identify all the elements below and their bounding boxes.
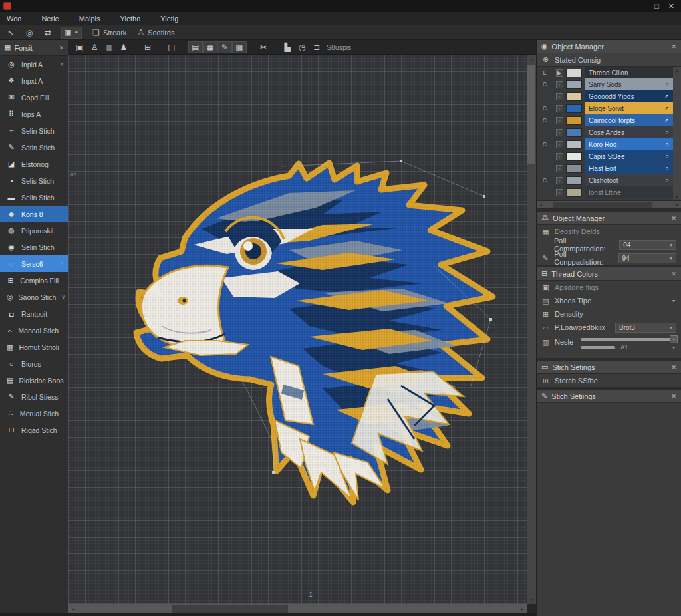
- list-horizontal-scrollbar[interactable]: ◂ ▸: [537, 201, 681, 209]
- list-hscroll-thumb[interactable]: [553, 202, 652, 208]
- pull1-select[interactable]: 04 ▾: [619, 240, 676, 250]
- menu-item[interactable]: Nerie: [40, 13, 60, 24]
- visibility-icon[interactable]: ○: [666, 81, 669, 88]
- close-icon[interactable]: ✕: [59, 45, 64, 51]
- close-icon[interactable]: ✕: [671, 364, 676, 371]
- sidebar-item[interactable]: ▦ Homut Strioli: [0, 339, 68, 355]
- visibility-icon[interactable]: ○: [666, 177, 669, 184]
- scroll-up-icon[interactable]: ▴: [527, 55, 536, 64]
- visibility-icon[interactable]: ○: [666, 129, 669, 136]
- xbees-tipe-row[interactable]: ▤ Xbees Tipe ▾: [537, 294, 681, 307]
- row-checkbox[interactable]: ▶: [553, 69, 566, 77]
- color-swatch[interactable]: [566, 69, 582, 77]
- thread-row[interactable]: C ▫ Sarry Sods ○: [537, 78, 681, 90]
- row-checkbox[interactable]: ▫: [553, 129, 566, 136]
- sidebar-item[interactable]: ▤ Riolsdoc Boos: [0, 372, 68, 388]
- canvas-horizontal-scrollbar[interactable]: ◂ ▸: [68, 604, 527, 613]
- nesle-slider[interactable]: ▪: [581, 338, 676, 341]
- list-vertical-scrollbar[interactable]: ▴ ▾: [673, 67, 681, 201]
- sidebar-item[interactable]: ◌ Sersc6 ∧: [0, 255, 68, 272]
- scroll-right-icon[interactable]: ▸: [517, 604, 527, 613]
- scroll-down-icon[interactable]: ▾: [673, 193, 681, 201]
- row-checkbox[interactable]: ▫: [553, 81, 566, 88]
- sidebar-item[interactable]: ⠿ Iops A: [0, 106, 68, 122]
- loawpedbkiix-select[interactable]: Brot3 ▾: [615, 323, 676, 333]
- people-icon[interactable]: ♟: [116, 41, 131, 53]
- minimize-button[interactable]: –: [641, 2, 645, 11]
- hscroll-thumb[interactable]: [172, 605, 288, 613]
- close-button[interactable]: ✕: [668, 2, 674, 11]
- vscroll-thumb[interactable]: [527, 65, 535, 164]
- thread-band[interactable]: Ionst Lftine: [585, 186, 673, 198]
- move-tool-icon[interactable]: ↖: [4, 27, 17, 39]
- storcb-row[interactable]: ⊞ Storcb SSfbe: [537, 374, 681, 387]
- sidebar-item[interactable]: ◎ Inpid A ∧: [0, 56, 68, 73]
- menu-item[interactable]: Maipis: [78, 13, 102, 24]
- canvas-vertical-scrollbar[interactable]: ▴ ▾: [527, 55, 536, 604]
- thread-band[interactable]: Goooodd Yipds ↗: [585, 90, 673, 102]
- scroll-left-icon[interactable]: ◂: [68, 604, 78, 613]
- brush-icon[interactable]: ✎: [217, 41, 232, 53]
- thread-row[interactable]: C ▫ Eloqe Soivit ↗: [537, 102, 681, 114]
- embroidery-design[interactable]: [122, 160, 501, 506]
- sidebar-item[interactable]: ∴ Merual Stich: [0, 405, 68, 422]
- thread-band[interactable]: Capis St3ee ○: [585, 150, 673, 162]
- scroll-down-icon[interactable]: ▾: [527, 595, 536, 604]
- sidebar-item[interactable]: ✎ Satin Stich: [0, 139, 68, 156]
- color-swatch[interactable]: [566, 92, 582, 101]
- zoom-tool-icon[interactable]: ◎: [23, 27, 36, 39]
- person-icon[interactable]: ♙: [87, 41, 102, 53]
- maximize-button[interactable]: □: [654, 2, 659, 11]
- sidebar-item[interactable]: ○ Bioros: [0, 355, 68, 372]
- color-swatch[interactable]: [566, 188, 582, 197]
- color-swatch[interactable]: [566, 140, 582, 149]
- color-swatch[interactable]: [566, 116, 582, 125]
- scissors-icon[interactable]: ✂: [256, 41, 271, 53]
- sidebar-item[interactable]: ⁙ Manoal Stich: [0, 322, 68, 339]
- thread-row[interactable]: ▫ Cose Andes ○: [537, 126, 681, 138]
- frame-icon[interactable]: ▣: [72, 41, 87, 53]
- nesle-slider-2[interactable]: [581, 346, 615, 349]
- color-swatch[interactable]: [566, 128, 582, 137]
- stated-consig-row[interactable]: ⊕ Stated Consig: [537, 53, 681, 67]
- scroll-right-icon[interactable]: ▸: [673, 201, 681, 209]
- color-swatch[interactable]: [566, 104, 582, 113]
- sidebar-item[interactable]: ◆ Kons 8: [0, 206, 68, 222]
- close-icon[interactable]: ✕: [671, 215, 676, 222]
- thread-band[interactable]: Koro Rod ○: [585, 138, 673, 150]
- thread-row[interactable]: ▫ Capis St3ee ○: [537, 150, 681, 162]
- row-checkbox[interactable]: ▫: [553, 117, 566, 124]
- visibility-icon[interactable]: ↗: [664, 93, 669, 100]
- sidebar-item[interactable]: ◍ Ptlporoskil: [0, 222, 68, 239]
- thread-row[interactable]: ▫ Flast Eoit ○: [537, 162, 681, 174]
- sidebar-item[interactable]: ▬ Selin Stich: [0, 189, 68, 206]
- sidebar-item[interactable]: ❖ Inpxt A: [0, 73, 68, 89]
- menu-item[interactable]: Woo: [5, 13, 23, 24]
- printer-icon[interactable]: ⊐: [309, 41, 324, 53]
- row-checkbox[interactable]: ▫: [553, 93, 566, 100]
- sidebar-item[interactable]: ◎ Saono Stich ∨: [0, 289, 68, 305]
- row-checkbox[interactable]: ▫: [553, 165, 566, 172]
- menu-item[interactable]: Yietlg: [159, 13, 180, 24]
- sidebar-item[interactable]: ◉ Selin Stich: [0, 239, 68, 255]
- thread-band[interactable]: Sarry Sods ○: [585, 78, 673, 90]
- table-icon[interactable]: ▥: [102, 41, 116, 53]
- row-checkbox[interactable]: ▫: [553, 189, 566, 196]
- thread-row[interactable]: L ▶ Thread Cilion: [537, 67, 681, 78]
- thread-band[interactable]: Clishotoot ○: [585, 174, 673, 186]
- scroll-left-icon[interactable]: ◂: [537, 201, 545, 209]
- thread-band[interactable]: Eloqe Soivit ↗: [585, 102, 673, 114]
- visibility-icon[interactable]: ○: [666, 165, 669, 172]
- picture-icon[interactable]: ▩: [232, 41, 247, 53]
- thread-row[interactable]: ▫ Ionst Lftine: [537, 186, 681, 198]
- visibility-icon[interactable]: ↗: [664, 117, 669, 124]
- row-checkbox[interactable]: ▫: [553, 105, 566, 112]
- row-checkbox[interactable]: ▫: [553, 177, 566, 184]
- sidebar-item[interactable]: ✉ Copd Fill: [0, 89, 68, 106]
- sidebar-item[interactable]: ⊡ Riqad Stich: [0, 422, 68, 438]
- thread-band[interactable]: Cairocool forpts ↗: [585, 114, 673, 126]
- sodtirds-button[interactable]: ♙ Sodtirds: [132, 27, 180, 39]
- color-swatch[interactable]: [566, 152, 582, 161]
- color-swatch[interactable]: [566, 80, 582, 89]
- pull2-select[interactable]: 94 ▾: [618, 253, 676, 263]
